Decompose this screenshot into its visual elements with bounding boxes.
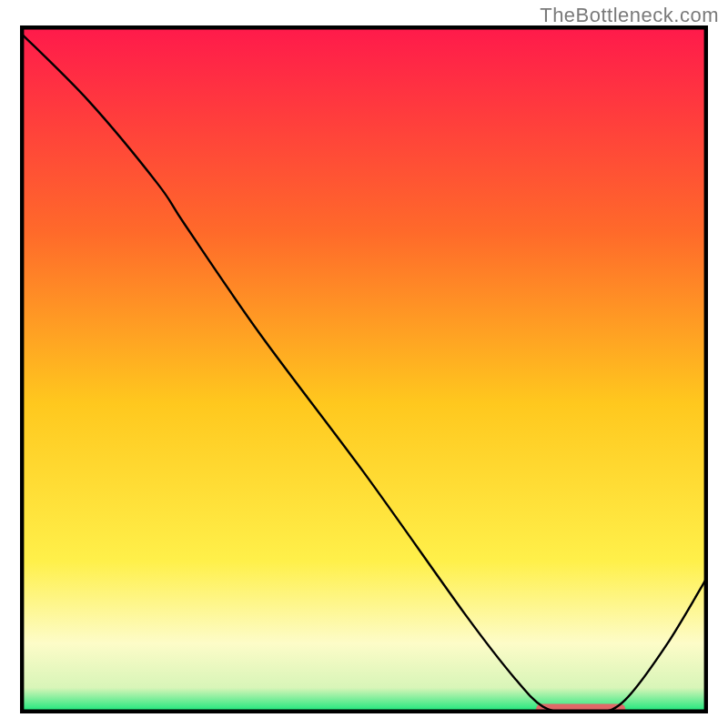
gradient-background: [22, 27, 706, 712]
chart-svg: [20, 25, 708, 713]
plot-area: [20, 25, 708, 713]
chart-root: TheBottleneck.com: [0, 0, 728, 728]
watermark-text: TheBottleneck.com: [540, 4, 719, 27]
